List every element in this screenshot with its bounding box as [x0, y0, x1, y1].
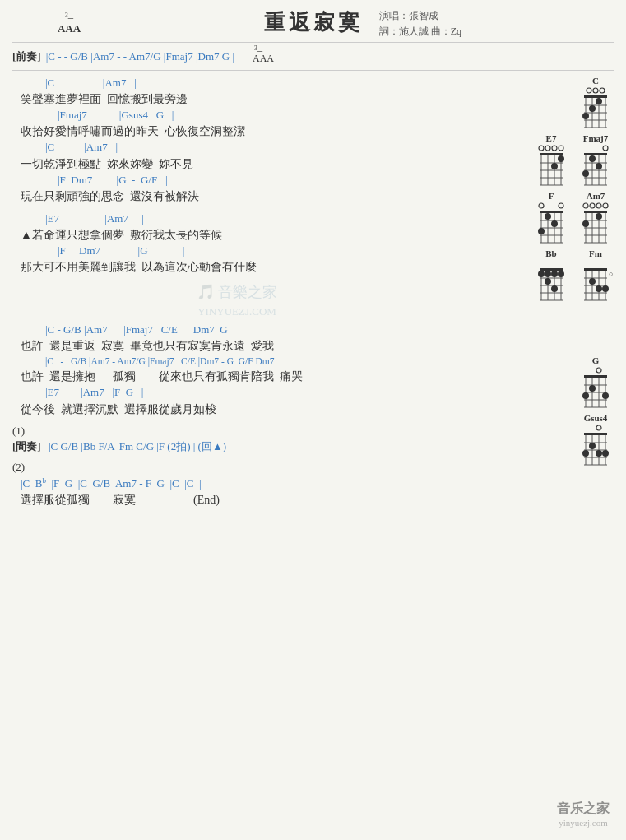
svg-point-55: [551, 220, 558, 227]
divider-mid: [12, 70, 614, 71]
section-1-label: (1): [12, 425, 461, 438]
lyrics-section: |C |Am7 | 笑聲塞進夢裡面 回憶搬到最旁邊 |Fmaj7 |Gsus4 …: [12, 76, 470, 515]
svg-rect-115: [584, 433, 607, 435]
svg-point-30: [603, 146, 608, 151]
lyric-line-1: 笑聲塞進夢裡面 回憶搬到最旁邊: [12, 90, 461, 108]
diagram-row-Gsus4: Gsus4: [474, 413, 614, 467]
lyric-line-9: 從今後 就選擇沉默 選擇服從歲月如梭: [12, 401, 461, 418]
lyric-line-2: 收拾好愛情呼嘯而過的昨天 心恢復空洞整潔: [12, 123, 461, 140]
logo-cn: 音乐之家: [557, 801, 610, 815]
svg-point-113: [602, 392, 609, 399]
svg-point-1: [593, 88, 598, 93]
svg-point-82: [538, 271, 545, 277]
svg-point-56: [538, 228, 545, 234]
lyric-line-4: 現在只剩頑強的思念 還沒有被解決: [12, 188, 461, 205]
svg-point-84: [551, 271, 558, 277]
svg-point-114: [596, 425, 601, 430]
chord-svg-Gsus4: [577, 425, 614, 467]
aaa-top-notation: 3─ AAA: [58, 12, 81, 35]
svg-point-71: [582, 220, 589, 227]
lyric-line-7: 也許 還是重返 寂寞 畢竟也只有寂寞肯永遠 愛我: [12, 337, 461, 355]
svg-point-86: [545, 278, 551, 285]
svg-text:○: ○: [609, 270, 613, 278]
diagram-Fmaj7: Fmaj7: [577, 133, 614, 188]
lyric-line-8: 也許 還是擁抱 孤獨 從來也只有孤獨肯陪我 痛哭: [12, 368, 461, 385]
svg-point-58: [590, 203, 595, 208]
svg-point-100: [602, 285, 609, 292]
chord-svg-F: [533, 202, 569, 245]
svg-point-18: [559, 146, 563, 151]
interlude-line: [間奏] |C G/B |Bb F/A |Fm C/G |F (2拍) | (回…: [12, 439, 461, 454]
svg-point-41: [596, 163, 602, 169]
svg-point-57: [583, 203, 588, 208]
svg-point-29: [551, 163, 558, 169]
diagram-row-Bb-Fm: Bb: [474, 248, 614, 303]
interlude-chords: |C G/B |Bb F/A |Fm C/G |F (2拍) | (回▲): [49, 440, 226, 452]
chord-svg-Bb: [533, 260, 569, 303]
svg-point-40: [589, 155, 596, 162]
chord-svg-G: [577, 367, 614, 410]
diagram-Am7: Am7: [577, 191, 614, 245]
lyric-line-3: 一切乾淨到極點 妳來妳變 妳不見: [12, 155, 461, 173]
diagram-row-F-Am7: F: [474, 191, 614, 245]
svg-point-43: [539, 203, 544, 208]
chord-svg-Am7: [577, 202, 614, 245]
prelude-label: [前奏]: [12, 49, 41, 64]
chord-svg-E7: [533, 145, 569, 188]
lyric-line-5: ▲若命運只想拿個夢 敷衍我太長的等候: [12, 226, 461, 244]
diagram-row-G: G: [474, 355, 614, 410]
svg-point-85: [558, 271, 564, 277]
svg-point-125: [582, 450, 589, 457]
verse-block-ending: |C Bb |F G |C G/B |Am7 - F G |C |C | 選擇服…: [12, 476, 461, 509]
diagram-E7: E7: [533, 133, 569, 188]
chord-line-10: |C Bb |F G |C G/B |Am7 - F G |C |C |: [12, 476, 461, 492]
chord-line-5: |E7 |Am7 |: [12, 211, 461, 226]
interlude-label: [間奏]: [12, 440, 41, 452]
chord-svg-Fmaj7: [577, 145, 614, 188]
divider-top: [12, 42, 614, 43]
chord-line-1: |C |Am7 |: [12, 76, 461, 90]
chord-svg-C: [577, 87, 614, 130]
prelude-line: [前奏] |C - - G/B |Am7 - - Am7/G |Fmaj7 |D…: [12, 48, 614, 65]
page: 3─ AAA 重返寂寞 演唱：張智成 詞：施人誠 曲：Zq [前奏] |C - …: [0, 0, 626, 840]
diagram-Bb: Bb: [533, 248, 569, 303]
prelude-chords: |C - - G/B |Am7 - - Am7/G |Fmaj7 |Dm7 G …: [46, 50, 234, 63]
svg-point-60: [603, 203, 608, 208]
bottom-logo: 音乐之家 yinyuezj.com: [557, 801, 610, 828]
chord-line-8: |C - G/B |Am7 - Am7/G |Fmaj7 C/E |Dm7 - …: [12, 355, 461, 368]
watermark-center: 🎵 音樂之家YINYUEZJ.COM: [12, 282, 461, 319]
svg-rect-89: [584, 268, 607, 271]
chord-line-6: |F Dm7 |G |: [12, 244, 461, 258]
svg-point-12: [596, 98, 602, 104]
svg-point-59: [596, 203, 601, 208]
diagram-row-E7-Fmaj7: E7: [474, 133, 614, 188]
svg-rect-45: [540, 211, 563, 213]
lyricist-label: 詞：施人誠 曲：Zq: [379, 24, 461, 39]
svg-point-17: [552, 146, 557, 151]
svg-point-83: [545, 271, 551, 277]
verse-block-1: |C |Am7 | 笑聲塞進夢裡面 回憶搬到最旁邊 |Fmaj7 |Gsus4 …: [12, 76, 461, 205]
svg-point-124: [589, 443, 596, 449]
svg-rect-72: [540, 268, 563, 271]
svg-point-112: [582, 392, 589, 399]
svg-rect-102: [584, 375, 607, 378]
svg-point-14: [582, 113, 589, 119]
svg-point-28: [558, 155, 564, 162]
logo-en: yinyuezj.com: [557, 818, 610, 828]
diagram-C: C: [577, 76, 614, 130]
svg-point-101: [596, 368, 601, 373]
svg-rect-31: [584, 153, 607, 155]
diagram-G: G: [577, 355, 614, 410]
svg-rect-61: [584, 211, 607, 213]
chord-diagrams: C: [470, 76, 614, 515]
chord-line-3: |C |Am7 |: [12, 140, 461, 155]
diagram-Fm: Fm ○: [577, 248, 614, 303]
svg-point-2: [600, 88, 605, 93]
performer-label: 演唱：張智成: [379, 8, 461, 24]
lyric-line-10: 選擇服從孤獨 寂寞 (End): [12, 491, 461, 508]
svg-point-42: [582, 170, 589, 177]
verse-block-bridge: |C - G/B |Am7 |Fmaj7 C/E |Dm7 G | 也許 還是重…: [12, 323, 461, 417]
chord-line-9: |E7 |Am7 |F G |: [12, 385, 461, 400]
svg-point-127: [602, 450, 609, 457]
main-content: |C |Am7 | 笑聲塞進夢裡面 回憶搬到最旁邊 |Fmaj7 |Gsus4 …: [12, 76, 614, 515]
